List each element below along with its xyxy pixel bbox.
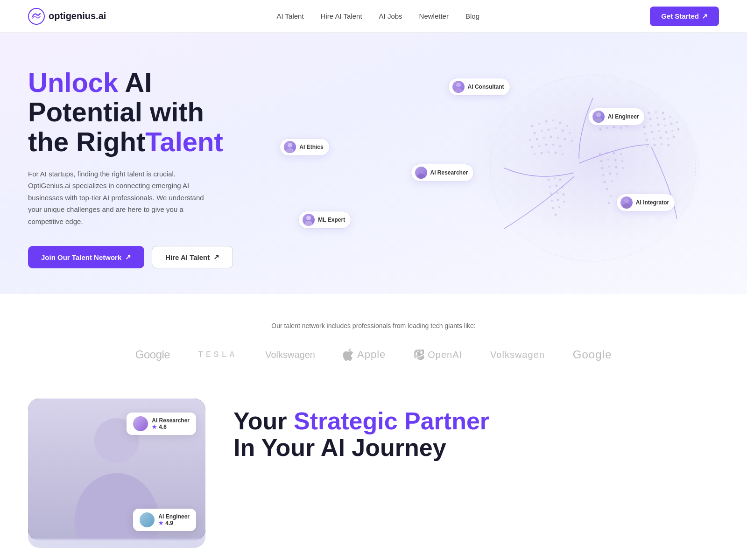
svg-point-118	[306, 216, 311, 220]
svg-point-41	[557, 199, 559, 201]
hero-buttons: Join Our Talent Network ↗ Hire AI Talent…	[28, 246, 233, 268]
svg-point-63	[620, 153, 622, 155]
svg-point-94	[676, 121, 678, 123]
hero-right: AI Consultant AI Ethics AI Researcher AI…	[252, 61, 719, 275]
logo[interactable]: optigenius.ai	[28, 8, 106, 25]
svg-point-9	[541, 130, 543, 132]
svg-point-24	[552, 144, 554, 146]
svg-point-8	[534, 132, 536, 134]
svg-point-73	[609, 173, 612, 175]
svg-point-96	[651, 131, 654, 133]
arrow-icon: ↗	[213, 253, 219, 261]
talent-node-researcher: AI Researcher	[411, 164, 474, 182]
svg-point-65	[607, 159, 609, 161]
svg-point-71	[622, 167, 624, 169]
svg-point-23	[545, 144, 548, 146]
svg-point-25	[559, 145, 562, 147]
svg-point-16	[543, 137, 545, 139]
svg-point-13	[569, 132, 571, 134]
svg-point-42	[563, 201, 565, 203]
svg-point-43	[552, 207, 555, 210]
svg-point-38	[557, 192, 558, 194]
svg-point-116	[596, 112, 601, 117]
avatar-engineer	[592, 111, 605, 123]
svg-point-93	[670, 123, 673, 125]
svg-point-98	[665, 131, 668, 133]
svg-point-77	[606, 188, 608, 190]
brand-apple: Apple	[343, 349, 386, 361]
svg-point-111	[455, 88, 462, 93]
svg-point-107	[654, 144, 656, 147]
svg-point-58	[620, 127, 622, 129]
get-started-button[interactable]: Get Started ↗	[650, 7, 719, 26]
svg-point-114	[419, 168, 423, 173]
nav-ai-jobs[interactable]: AI Jobs	[379, 12, 402, 20]
svg-point-119	[305, 221, 312, 226]
svg-point-28	[548, 151, 550, 153]
nav-ai-talent[interactable]: AI Talent	[277, 12, 304, 20]
svg-point-60	[599, 153, 601, 155]
svg-point-113	[286, 148, 294, 153]
svg-point-40	[551, 200, 553, 202]
svg-point-56	[606, 127, 608, 129]
svg-point-68	[601, 167, 604, 169]
svg-point-18	[557, 137, 559, 139]
avatar-researcher	[415, 167, 427, 179]
svg-point-82	[655, 111, 657, 113]
arrow-icon: ↗	[125, 253, 131, 261]
svg-point-29	[555, 152, 557, 154]
svg-point-31	[548, 179, 550, 181]
svg-point-34	[549, 186, 551, 188]
svg-point-4	[545, 120, 548, 123]
svg-point-102	[653, 138, 655, 140]
svg-point-87	[663, 118, 666, 120]
badge-stars-engineer: ★	[158, 520, 163, 526]
brand-volkswagen-2: Volkswagen	[490, 350, 545, 360]
bottom-section: AI Researcher ★ 4.6 AI Engineer ★ 4.9	[0, 380, 747, 560]
svg-point-92	[664, 125, 666, 126]
nav-hire-ai-talent[interactable]: Hire AI Talent	[321, 12, 362, 20]
svg-point-95	[644, 133, 646, 134]
svg-point-33	[559, 179, 562, 181]
talent-node-engineer: AI Engineer	[588, 108, 645, 126]
svg-point-64	[600, 160, 603, 162]
brand-google-1: Google	[135, 348, 170, 361]
svg-point-101	[646, 139, 648, 141]
hero-left: Unlock AI Potential with the RightTalent…	[28, 68, 233, 269]
svg-point-44	[558, 206, 560, 208]
svg-point-117	[595, 118, 602, 123]
badge-role-engineer: AI Engineer	[158, 513, 190, 520]
nav-blog[interactable]: Blog	[465, 12, 479, 20]
svg-point-69	[608, 166, 610, 168]
svg-point-15	[536, 138, 538, 140]
openai-icon	[414, 350, 424, 360]
brand-openai: OpenAI	[414, 350, 462, 360]
svg-point-108	[661, 143, 662, 145]
nav-newsletter[interactable]: Newletter	[419, 12, 449, 20]
talent-node-ethics: AI Ethics	[280, 138, 329, 156]
arrow-icon: ↗	[702, 12, 708, 21]
join-talent-network-button[interactable]: Join Our Talent Network ↗	[28, 246, 144, 268]
svg-point-35	[556, 185, 558, 187]
avatar-integrator	[620, 196, 633, 209]
svg-point-103	[660, 137, 662, 139]
svg-point-6	[559, 122, 562, 124]
hero-title: Unlock AI Potential with the RightTalent	[28, 68, 233, 157]
svg-point-67	[621, 160, 623, 162]
svg-point-112	[288, 143, 292, 147]
svg-point-62	[613, 152, 615, 154]
svg-point-19	[564, 138, 566, 140]
svg-point-12	[562, 130, 564, 132]
svg-point-1	[490, 75, 696, 261]
hire-ai-talent-button[interactable]: Hire AI Talent ↗	[152, 246, 233, 268]
svg-point-7	[566, 125, 568, 127]
hero-section: Unlock AI Potential with the RightTalent…	[0, 33, 747, 294]
svg-point-39	[563, 194, 565, 196]
svg-point-72	[602, 174, 604, 176]
avatar-ethics	[284, 141, 296, 153]
svg-point-26	[534, 153, 536, 155]
svg-point-97	[658, 130, 660, 132]
svg-point-57	[613, 126, 615, 128]
avatar-ml	[303, 214, 315, 226]
badge-role-researcher: AI Researcher	[152, 417, 190, 424]
